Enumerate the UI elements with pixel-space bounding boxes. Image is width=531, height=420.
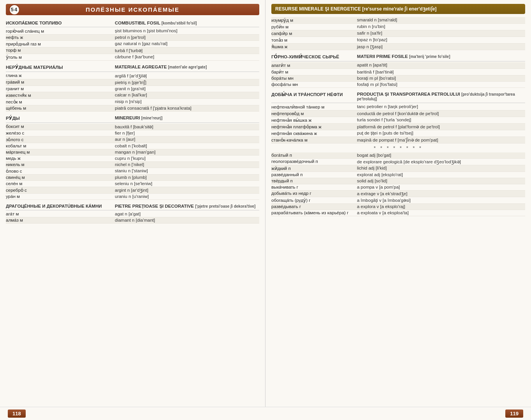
section-oil-prod: ДОБЫ́ЧА И ТРÁНСПОРТ НÉФТИ PRODUCŢIA ŞI T… [271,89,525,103]
section-ores: РУ́ДЫ MINEREURI [mine'reurj] [6,113,259,123]
entry-row: свинéц м plumb n [plumb] [6,175,259,181]
stars-divider: * * * * * * * * [271,144,525,152]
section-title-ru-2: НЕРУ́ДНЫЕ МАТЕРИÁЛЫ [6,65,115,70]
entry-row: нефтепрово́д м conductă de petrol f [kon… [271,110,525,117]
entry-row: богáтый п bogat adj [bo'gat] [271,152,525,159]
entry-row: торф м turbă f ['turbə] [6,47,259,54]
entry-row: развéданный п explorat adj [eksplo'rat] [271,172,525,178]
entry-row: стано́к-качáлка м maşină de pompat f [ma… [271,137,525,144]
entry-row: нефтяна́я вы́шка ж turla sondei f ['turl… [271,117,525,124]
entry-row: жи́дкий п lichid adj [li'kid] [271,165,525,172]
entry-row: известня́к м calcar n [kal'kar] [6,92,259,99]
entry-row: добывáть из недр г a extrage v [a ek'str… [271,191,525,197]
section-title-ru-6: ДОБЫ́ЧА И ТРÁНСПОРТ НÉФТИ [271,92,357,101]
footer-page-right: 119 [505,410,523,418]
section-title-ru-1: ИСКОПÁЕМОЕ ТОПЛИВО [6,21,115,25]
entry-row: фосфáты мн fosfaţi m pl [fos'fatsi] [271,82,525,88]
entry-row: о́лово с staniu n ['staniw] [6,168,259,175]
section-title-ru-3: РУ́ДЫ [6,116,115,121]
section-title-ro-1: COMBUSTIBIL FOSIL [kombu'stibil fo'sil] [115,21,259,25]
entry-row: нефтяна́я сквáжина ж puţ de ţiţei n [put… [271,130,525,137]
entry-row: никель м nichel n ['nikel] [6,162,259,168]
entry-row: зо́лото с aur n [aur] [6,136,259,143]
entry-row: горю́чий слáнец м şist bituminos n [şist… [6,28,259,35]
entry-row: руби́н м rubin n [ru'bin] [271,24,525,30]
entry-row: кобальт м cobalt n ['kobalt] [6,143,259,149]
entry-row: грáвий м pietriş n [pje'triʃ] [6,79,259,86]
entry-row: апати́т м apatit n [apa'tit] [271,62,525,69]
entry-row: алмáз м diamant n [dia'mant] [6,217,259,224]
entry-row: сапфи́р м safir n [sa'fir] [271,30,525,37]
entry-row: урáн м uraniu n [u'raniw] [6,194,259,200]
entry-row: геологоразвéдочный п de explorare geolog… [271,159,525,165]
entry-row: у́голь м cărbune f [kar'bune] [6,54,259,61]
section-title-ro-6: PRODUCŢIA ŞI TRANSPORTAREA PETROLULUI [p… [357,92,525,101]
entry-row: боксит м bauxită f [bauk'sitə] [6,124,259,130]
section-chem-raw: ГО́РНО-ХИМИ́ЧЕСКОЕ СЫРЬЁ MATERII PRIME F… [271,52,525,61]
entry-row: нефтяна́я платфо́рма ж platformă de petr… [271,124,525,130]
section-aggregate: НЕРУ́ДНЫЕ МАТЕРИÁЛЫ MATERIALE AGREGATE [… [6,62,259,72]
section-gems: ДРАГОЦÉННЫЕ И ДЕКОРАТÚВНЫЕ КÁМНИ PIETRE … [6,201,259,210]
section-title-ro-2: MATERIALE AGREGATE [materi'ale agre'gate… [115,65,259,70]
entry-row: селéн м seleniu n [se'leniw] [6,181,259,187]
entry-row: изумру́д м smarald n [sma'rald] [271,17,525,24]
entry-row: агáт м agat n [a'gat] [6,211,259,217]
entry-row: мáрганец м mangan n [man'gan] [6,149,259,156]
left-page: 54 ПОЛЁЗНЫЕ ИСКОПÁЕМЫЕ ИСКОПÁЕМОЕ ТОПЛИВ… [0,0,266,407]
section-title-ro-3: MINEREURI [mine'reurj] [115,116,259,121]
entry-row: бари́т м baritină f [bari'tinə] [271,69,525,75]
entry-row: желéзо с fier n [fjer] [6,130,259,136]
entry-row: медь ж cupru n ['kupru] [6,156,259,162]
entry-row: гранит м granit n [gra'nit] [6,86,259,92]
section-title-ru-5: ГО́РНО-ХИМИ́ЧЕСКОЕ СЫРЬЁ [271,54,357,60]
entry-row: борáты мн boraţi m pl [bo'ratsi] [271,75,525,82]
entry-row: щéбень м piatră consacrată f ['pjatra ko… [6,105,259,112]
right-page-header: RESURSE MINERALE ŞI ENERGETICE [re'surse… [271,4,525,14]
entry-row: приро́дный газ м gaz natural n [gaz natu… [6,41,259,47]
right-page-title: RESURSE MINERALE ŞI ENERGETICE [re'surse… [275,6,436,12]
entry-row: развéдывать г a explora v [a eksplo'raj] [271,204,525,210]
left-page-title: ПОЛЁЗНЫЕ ИСКОПÁЕМЫЕ [86,6,179,13]
section-title-ro-4: PIETRE PREŢIOASE ŞI DECORATIVE ['pjetre … [115,204,259,208]
section-fossil-fuel: ИСКОПÁЕМОЕ ТОПЛИВО COMBUSTIBIL FOSIL [ko… [6,18,259,27]
entry-row: твёрдый п solid adj [so'lid] [271,178,525,184]
entry-row: песо́к м nisip n [ni'sip] [6,99,259,105]
entry-row: серебро́ с argint n [ar'dʒint] [6,187,259,194]
section-title-ru-4: ДРАГОЦÉННЫЕ И ДЕКОРАТÚВНЫЕ КÁМНИ [6,204,115,208]
page-footer: 118 119 [0,407,531,420]
left-page-header: 54 ПОЛЁЗНЫЕ ИСКОПÁЕМЫЕ [6,4,259,15]
entry-row: обогащáть (руду́) г a îmbogăţi v [a îmbo… [271,197,525,204]
page-num-left: 54 [9,4,20,15]
section-title-ro-5: MATERII PRIME FOSILE [ma'terij 'prime fo… [357,54,525,60]
entry-row: нефтенали́вной тáнкер м tanc petrolier n… [271,104,525,110]
entry-row: разрабáтывать (кáмень из карьéра) г a ex… [271,210,525,216]
entry-row: нефть ж petrol n [pe'trol] [6,35,259,41]
right-page: RESURSE MINERALE ŞI ENERGETICE [re'surse… [266,0,531,407]
entry-row: выкáчивать г a pompa v [a pom'pa] [271,184,525,191]
entry-row: глина ж argilă f [ar'dʒilə] [6,73,259,79]
entry-row: я́шма ж jasp n [ʒasp] [271,44,525,50]
footer-page-left: 118 [8,410,26,418]
entry-row: топа́з м topaz n [to'paz] [271,37,525,44]
